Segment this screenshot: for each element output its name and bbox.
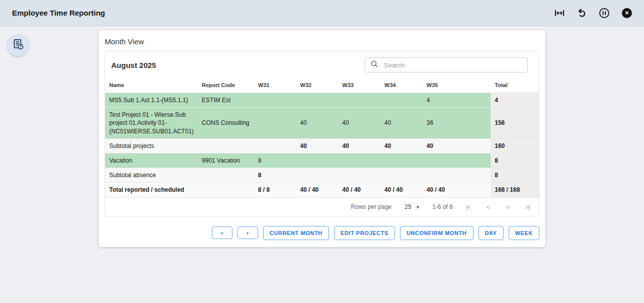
- column-header-name: Name: [105, 78, 198, 93]
- action-bar: ‹ › CURRENT MONTH EDIT PROJECTS UNCONFIR…: [99, 226, 539, 240]
- prev-month-button[interactable]: ‹: [212, 226, 232, 239]
- column-header-w31: W31: [254, 78, 296, 93]
- edit-projects-button[interactable]: EDIT PROJECTS: [334, 226, 395, 240]
- app-title: Employee Time Reporting: [12, 9, 105, 17]
- pagination-range: 1-6 of 6: [432, 203, 453, 210]
- last-page-icon[interactable]: >|: [525, 203, 530, 211]
- search-icon: [370, 60, 378, 70]
- app-header: Employee Time Reporting ✕: [0, 0, 644, 26]
- subtotal-row: Subtotal projects 40 40 40 40 160: [105, 138, 539, 153]
- table-row[interactable]: MS5.Sub 1.Act 1.1-(MS5.1.1) ESTIM Est 4 …: [105, 93, 539, 108]
- column-header-spacer: [464, 78, 491, 93]
- svg-text:?: ?: [20, 45, 22, 48]
- day-view-button[interactable]: DAY: [478, 226, 504, 240]
- chevron-down-icon: ▾: [417, 204, 420, 210]
- prev-page-icon[interactable]: <: [487, 203, 490, 211]
- first-page-icon[interactable]: |<: [466, 203, 470, 211]
- close-icon[interactable]: ✕: [622, 8, 632, 18]
- subtotal-row: Subtotal absence 8 8: [105, 168, 539, 183]
- column-header-w35: W35: [423, 78, 465, 93]
- column-header-report-code: Report Code: [198, 78, 254, 93]
- rows-per-page-label: Rows per page: [351, 203, 392, 210]
- month-view-card: Month View August 2025: [99, 30, 545, 247]
- next-month-button[interactable]: ›: [237, 226, 258, 239]
- next-page-icon[interactable]: >: [506, 203, 509, 211]
- table-row[interactable]: Test Project 01 - Wierse.Sub project 01.…: [105, 108, 539, 139]
- help-button[interactable]: ?: [7, 34, 29, 56]
- column-header-w33: W33: [338, 78, 380, 93]
- current-month-button[interactable]: CURRENT MONTH: [263, 226, 329, 240]
- column-header-w32: W32: [296, 78, 339, 93]
- week-view-button[interactable]: WEEK: [509, 226, 539, 240]
- fit-width-icon[interactable]: [554, 9, 565, 17]
- header-actions: ✕: [554, 8, 632, 19]
- column-header-total: Total: [491, 78, 539, 93]
- column-header-w34: W34: [380, 78, 423, 93]
- time-report-table: Name Report Code W31 W32 W33 W34 W35 Tot…: [105, 78, 539, 198]
- pagination-nav: |< < > >|: [466, 203, 530, 211]
- pagination-bar: Rows per page 25 ▾ 1-6 of 6 |< < > >|: [105, 198, 539, 216]
- table-header-row: Name Report Code W31 W32 W33 W34 W35 Tot…: [105, 78, 539, 93]
- unconfirm-month-button[interactable]: UNCONFIRM MONTH: [400, 226, 473, 240]
- pause-icon[interactable]: [599, 8, 610, 19]
- month-label: August 2025: [111, 61, 156, 69]
- rows-per-page-select[interactable]: 25 ▾: [405, 203, 419, 210]
- table-row[interactable]: Vacation 9901 Vacation 8 8: [105, 153, 539, 168]
- grand-total-row: Total reported / scheduled 8 / 8 40 / 40…: [105, 183, 539, 197]
- form-help-icon: ?: [12, 38, 25, 53]
- month-table-panel: August 2025 Name Report: [105, 51, 539, 217]
- undo-icon[interactable]: [577, 9, 587, 18]
- card-title: Month View: [99, 30, 545, 51]
- search-box: [365, 57, 528, 72]
- search-input[interactable]: [383, 61, 522, 69]
